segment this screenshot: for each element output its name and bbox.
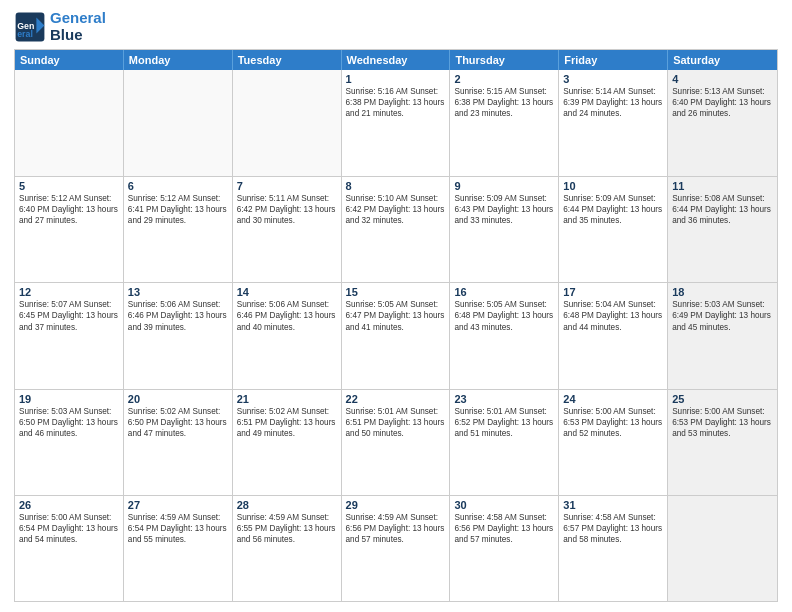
day-info: Sunrise: 5:16 AM Sunset: 6:38 PM Dayligh…	[346, 86, 446, 119]
week-row-4: 19Sunrise: 5:03 AM Sunset: 6:50 PM Dayli…	[15, 389, 777, 495]
day-info: Sunrise: 5:01 AM Sunset: 6:52 PM Dayligh…	[454, 406, 554, 439]
calendar-header: SundayMondayTuesdayWednesdayThursdayFrid…	[15, 50, 777, 70]
logo: Gen eral General Blue	[14, 10, 106, 43]
day-info: Sunrise: 5:12 AM Sunset: 6:40 PM Dayligh…	[19, 193, 119, 226]
day-number: 21	[237, 393, 337, 405]
day-cell-empty	[233, 70, 342, 176]
day-cell-11: 11Sunrise: 5:08 AM Sunset: 6:44 PM Dayli…	[668, 177, 777, 282]
day-number: 28	[237, 499, 337, 511]
day-cell-1: 1Sunrise: 5:16 AM Sunset: 6:38 PM Daylig…	[342, 70, 451, 176]
day-info: Sunrise: 5:11 AM Sunset: 6:42 PM Dayligh…	[237, 193, 337, 226]
day-number: 17	[563, 286, 663, 298]
day-number: 13	[128, 286, 228, 298]
calendar-body: 1Sunrise: 5:16 AM Sunset: 6:38 PM Daylig…	[15, 70, 777, 601]
day-number: 4	[672, 73, 773, 85]
day-number: 16	[454, 286, 554, 298]
day-cell-24: 24Sunrise: 5:00 AM Sunset: 6:53 PM Dayli…	[559, 390, 668, 495]
day-cell-3: 3Sunrise: 5:14 AM Sunset: 6:39 PM Daylig…	[559, 70, 668, 176]
day-info: Sunrise: 5:07 AM Sunset: 6:45 PM Dayligh…	[19, 299, 119, 332]
day-number: 1	[346, 73, 446, 85]
day-cell-29: 29Sunrise: 4:59 AM Sunset: 6:56 PM Dayli…	[342, 496, 451, 601]
day-number: 20	[128, 393, 228, 405]
day-cell-empty	[124, 70, 233, 176]
week-row-1: 1Sunrise: 5:16 AM Sunset: 6:38 PM Daylig…	[15, 70, 777, 176]
day-cell-4: 4Sunrise: 5:13 AM Sunset: 6:40 PM Daylig…	[668, 70, 777, 176]
day-cell-14: 14Sunrise: 5:06 AM Sunset: 6:46 PM Dayli…	[233, 283, 342, 388]
day-number: 27	[128, 499, 228, 511]
day-number: 5	[19, 180, 119, 192]
day-number: 8	[346, 180, 446, 192]
day-cell-25: 25Sunrise: 5:00 AM Sunset: 6:53 PM Dayli…	[668, 390, 777, 495]
day-number: 2	[454, 73, 554, 85]
day-header-friday: Friday	[559, 50, 668, 70]
day-cell-19: 19Sunrise: 5:03 AM Sunset: 6:50 PM Dayli…	[15, 390, 124, 495]
day-cell-31: 31Sunrise: 4:58 AM Sunset: 6:57 PM Dayli…	[559, 496, 668, 601]
day-info: Sunrise: 5:12 AM Sunset: 6:41 PM Dayligh…	[128, 193, 228, 226]
day-info: Sunrise: 5:05 AM Sunset: 6:48 PM Dayligh…	[454, 299, 554, 332]
day-cell-27: 27Sunrise: 4:59 AM Sunset: 6:54 PM Dayli…	[124, 496, 233, 601]
day-info: Sunrise: 5:00 AM Sunset: 6:53 PM Dayligh…	[563, 406, 663, 439]
day-number: 10	[563, 180, 663, 192]
day-cell-22: 22Sunrise: 5:01 AM Sunset: 6:51 PM Dayli…	[342, 390, 451, 495]
day-header-saturday: Saturday	[668, 50, 777, 70]
day-info: Sunrise: 5:10 AM Sunset: 6:42 PM Dayligh…	[346, 193, 446, 226]
day-info: Sunrise: 5:03 AM Sunset: 6:49 PM Dayligh…	[672, 299, 773, 332]
day-number: 6	[128, 180, 228, 192]
week-row-5: 26Sunrise: 5:00 AM Sunset: 6:54 PM Dayli…	[15, 495, 777, 601]
day-cell-13: 13Sunrise: 5:06 AM Sunset: 6:46 PM Dayli…	[124, 283, 233, 388]
day-number: 18	[672, 286, 773, 298]
day-info: Sunrise: 5:01 AM Sunset: 6:51 PM Dayligh…	[346, 406, 446, 439]
day-cell-16: 16Sunrise: 5:05 AM Sunset: 6:48 PM Dayli…	[450, 283, 559, 388]
day-number: 29	[346, 499, 446, 511]
day-cell-empty	[668, 496, 777, 601]
day-cell-20: 20Sunrise: 5:02 AM Sunset: 6:50 PM Dayli…	[124, 390, 233, 495]
day-header-sunday: Sunday	[15, 50, 124, 70]
day-info: Sunrise: 5:09 AM Sunset: 6:44 PM Dayligh…	[563, 193, 663, 226]
day-info: Sunrise: 4:58 AM Sunset: 6:57 PM Dayligh…	[563, 512, 663, 545]
logo-text: General Blue	[50, 10, 106, 43]
day-info: Sunrise: 5:13 AM Sunset: 6:40 PM Dayligh…	[672, 86, 773, 119]
day-header-tuesday: Tuesday	[233, 50, 342, 70]
day-cell-28: 28Sunrise: 4:59 AM Sunset: 6:55 PM Dayli…	[233, 496, 342, 601]
day-cell-21: 21Sunrise: 5:02 AM Sunset: 6:51 PM Dayli…	[233, 390, 342, 495]
day-number: 11	[672, 180, 773, 192]
day-info: Sunrise: 5:06 AM Sunset: 6:46 PM Dayligh…	[128, 299, 228, 332]
day-number: 19	[19, 393, 119, 405]
day-cell-7: 7Sunrise: 5:11 AM Sunset: 6:42 PM Daylig…	[233, 177, 342, 282]
day-cell-5: 5Sunrise: 5:12 AM Sunset: 6:40 PM Daylig…	[15, 177, 124, 282]
day-cell-26: 26Sunrise: 5:00 AM Sunset: 6:54 PM Dayli…	[15, 496, 124, 601]
calendar: SundayMondayTuesdayWednesdayThursdayFrid…	[14, 49, 778, 602]
day-cell-30: 30Sunrise: 4:58 AM Sunset: 6:56 PM Dayli…	[450, 496, 559, 601]
day-cell-23: 23Sunrise: 5:01 AM Sunset: 6:52 PM Dayli…	[450, 390, 559, 495]
day-info: Sunrise: 5:00 AM Sunset: 6:53 PM Dayligh…	[672, 406, 773, 439]
day-info: Sunrise: 5:15 AM Sunset: 6:38 PM Dayligh…	[454, 86, 554, 119]
day-cell-10: 10Sunrise: 5:09 AM Sunset: 6:44 PM Dayli…	[559, 177, 668, 282]
day-cell-2: 2Sunrise: 5:15 AM Sunset: 6:38 PM Daylig…	[450, 70, 559, 176]
day-number: 25	[672, 393, 773, 405]
day-header-wednesday: Wednesday	[342, 50, 451, 70]
week-row-2: 5Sunrise: 5:12 AM Sunset: 6:40 PM Daylig…	[15, 176, 777, 282]
svg-text:eral: eral	[17, 29, 33, 39]
day-header-thursday: Thursday	[450, 50, 559, 70]
day-info: Sunrise: 5:02 AM Sunset: 6:50 PM Dayligh…	[128, 406, 228, 439]
day-info: Sunrise: 5:02 AM Sunset: 6:51 PM Dayligh…	[237, 406, 337, 439]
day-number: 3	[563, 73, 663, 85]
day-number: 24	[563, 393, 663, 405]
day-cell-8: 8Sunrise: 5:10 AM Sunset: 6:42 PM Daylig…	[342, 177, 451, 282]
day-number: 9	[454, 180, 554, 192]
day-cell-12: 12Sunrise: 5:07 AM Sunset: 6:45 PM Dayli…	[15, 283, 124, 388]
day-number: 23	[454, 393, 554, 405]
day-cell-6: 6Sunrise: 5:12 AM Sunset: 6:41 PM Daylig…	[124, 177, 233, 282]
day-number: 31	[563, 499, 663, 511]
day-number: 15	[346, 286, 446, 298]
day-info: Sunrise: 4:58 AM Sunset: 6:56 PM Dayligh…	[454, 512, 554, 545]
day-info: Sunrise: 5:00 AM Sunset: 6:54 PM Dayligh…	[19, 512, 119, 545]
day-cell-17: 17Sunrise: 5:04 AM Sunset: 6:48 PM Dayli…	[559, 283, 668, 388]
day-header-monday: Monday	[124, 50, 233, 70]
day-cell-18: 18Sunrise: 5:03 AM Sunset: 6:49 PM Dayli…	[668, 283, 777, 388]
week-row-3: 12Sunrise: 5:07 AM Sunset: 6:45 PM Dayli…	[15, 282, 777, 388]
day-number: 14	[237, 286, 337, 298]
day-cell-15: 15Sunrise: 5:05 AM Sunset: 6:47 PM Dayli…	[342, 283, 451, 388]
day-info: Sunrise: 5:08 AM Sunset: 6:44 PM Dayligh…	[672, 193, 773, 226]
day-info: Sunrise: 5:05 AM Sunset: 6:47 PM Dayligh…	[346, 299, 446, 332]
